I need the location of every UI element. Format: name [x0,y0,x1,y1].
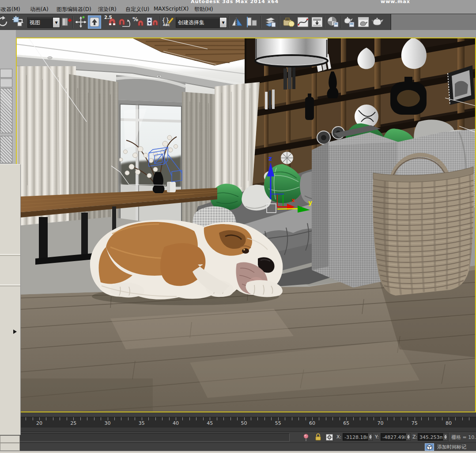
pendant-lamp[interactable] [255,37,328,67]
use-pivot-point-center-button[interactable] [88,15,101,29]
select-and-manipulate-icon[interactable] [60,16,73,28]
edit-named-selection-sets-icon[interactable]: {} ABC [162,16,174,28]
reference-coordinate-dropdown[interactable]: 视图 ▼ [27,17,60,28]
prompt-bar: 添加时间标记 [0,442,476,451]
status-bar: X: -3128.18mm Y: -4827.498mm Z: 345.253m… [0,431,476,443]
timeline-tick [87,417,87,420]
menu-item-4[interactable]: 自定义(U) [125,6,149,13]
gizmo-x-label: x [291,197,295,203]
svg-text:%: % [132,16,138,22]
snap-toggle-2.5-icon[interactable]: 2.5 [104,16,116,28]
graphite-tools-icon[interactable] [283,16,295,28]
timeline-tick [415,417,415,420]
material-editor-icon[interactable] [327,16,339,28]
perspective-viewport[interactable]: z x y [16,37,476,412]
named-selection-dropdown[interactable]: 创建选择集 ▼ [176,17,227,28]
isometric-view-button[interactable] [425,443,434,451]
spinner-snap-icon[interactable] [146,16,159,28]
chevron-down-icon[interactable]: ▼ [219,18,227,27]
menu-item-2[interactable]: 图形编辑器(D) [57,6,91,13]
window[interactable] [116,100,185,229]
timeline-tick [189,417,190,420]
timeline-frame-label: 20 [30,420,48,426]
menu-item-5[interactable]: MAXScript(X) [154,6,189,12]
align-icon[interactable] [246,16,258,28]
timeline-tick [196,417,196,420]
undo-icon[interactable] [0,16,9,28]
timeline-frame-label: 70 [372,420,389,426]
percent-snap-icon[interactable]: % [132,16,144,28]
add-time-tag-label[interactable]: 添加时间标记 [437,444,466,450]
timeline-tick [340,417,340,420]
timeline-frame-label: 40 [167,420,185,426]
chevron-down-icon[interactable]: ▼ [53,18,60,27]
y-spinner[interactable] [406,433,411,441]
curve-editor-icon[interactable] [297,16,309,28]
timeline-frame-label: 35 [133,420,151,426]
render-production-icon[interactable] [371,16,384,28]
mini-listener-box[interactable] [0,443,20,451]
timeline-frame-label: 45 [201,420,219,426]
named-selection-value: 创建选择集 [176,19,219,26]
timeline-tick [142,417,142,420]
timeline-tick [346,417,347,420]
timeline-tick [462,417,463,420]
timeline-tick [251,417,251,420]
timeline-frame-label: 30 [99,420,117,426]
timeline-tick [162,417,162,420]
timeline-tick [128,417,128,420]
timeline-tick [80,417,81,420]
x-label: X: [336,434,341,440]
wicker-basket[interactable] [371,155,475,296]
y-coordinate-field[interactable]: -4827.498mm [381,433,406,441]
selection-lock-icon[interactable] [314,433,322,442]
select-and-link-icon[interactable] [12,16,25,28]
menu-item-0[interactable]: 修改器(M) [0,6,20,13]
timeline-tick [381,417,381,420]
x-coordinate-field[interactable]: -3128.18mm [343,433,368,441]
rendered-frame-window-icon[interactable] [357,16,370,28]
timeline-tick [319,417,319,420]
schematic-view-icon[interactable] [311,16,323,28]
angle-snap-icon[interactable] [118,16,130,28]
timeline-tick [469,417,469,420]
collapsed-side-panel[interactable] [0,164,21,435]
timeline-tick [244,417,245,420]
menu-item-6[interactable]: 帮助(H) [194,6,213,13]
render-setup-icon[interactable] [343,16,355,28]
timeline-tick [114,417,115,420]
bulldog[interactable] [90,220,283,305]
timeline-frame-label: 80 [440,420,457,426]
menu-item-3[interactable]: 渲染(R) [98,6,117,13]
abc-label: ABC [163,23,170,27]
timeline-tick [278,417,279,420]
timeline-tick [285,417,285,420]
panel-expand-arrow-icon[interactable] [13,329,17,334]
timeline-tick [264,417,265,420]
timeline-tick [449,417,449,420]
y-label: Y: [375,434,379,440]
gizmo-y-label: y [308,199,312,206]
track-bar[interactable]: 20253035404550556065707580 [16,417,476,427]
menu-item-1[interactable]: 动画(A) [30,6,49,13]
timeline-tick [428,417,429,420]
timeline-tick [312,417,313,420]
timeline-frame-label: 75 [406,420,423,426]
absolute-mode-toggle-icon[interactable] [325,433,334,442]
z-coordinate-field[interactable]: 345.253mm [418,433,443,441]
x-spinner[interactable] [368,433,373,441]
layer-manager-icon[interactable] [264,16,276,28]
isolate-pin-icon[interactable] [302,433,310,442]
timeline-tick [182,417,183,420]
snap-mode-label: 2.5 [104,15,112,20]
select-and-move-icon[interactable] [75,16,87,28]
mirror-icon[interactable] [231,16,244,28]
timeline-tick [169,417,170,420]
timeline-tick [73,417,74,420]
z-spinner[interactable] [443,433,448,441]
macro-recorder-box[interactable] [0,435,20,443]
timeline-tick [39,417,40,420]
timeline-tick [203,417,204,420]
timeline-tick [374,417,374,420]
gizmo-z-label: z [268,155,272,162]
